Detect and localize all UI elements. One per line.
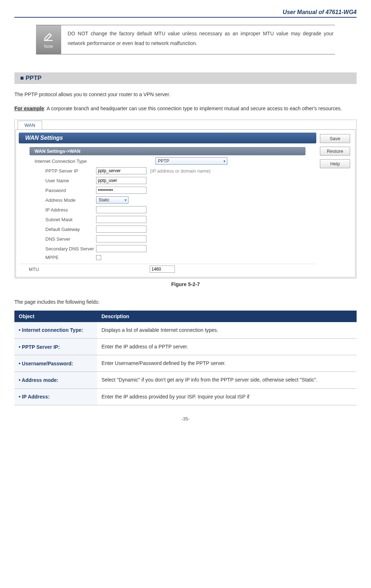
wan-tab[interactable]: WAN	[18, 121, 42, 129]
table-row: Address mode: Select "Dynamic" if you do…	[14, 372, 357, 388]
fields-intro: The page includes the following fields:	[14, 297, 357, 307]
document-title: User Manual of 47611-WG4	[14, 9, 357, 18]
example-text: For example: A corporate branch and head…	[14, 104, 357, 113]
obj-cell: Username/Password:	[14, 355, 97, 372]
restore-button[interactable]: Restore	[320, 147, 350, 156]
panel-title: WAN Settings	[19, 133, 316, 143]
note-icon: Note	[36, 25, 61, 54]
desc-cell: Displays a list of available Internet co…	[97, 322, 357, 339]
col-object: Object	[14, 311, 97, 322]
pencil-icon	[42, 30, 55, 43]
username-input[interactable]	[96, 177, 146, 184]
dns2-input[interactable]	[96, 245, 146, 252]
password-label: Password	[40, 188, 96, 193]
subnet-mask-input[interactable]	[96, 216, 146, 223]
obj-cell: Internet connection Type:	[14, 322, 97, 339]
dns2-label: Secondary DNS Server	[40, 246, 96, 251]
table-row: Internet connection Type: Displays a lis…	[14, 322, 357, 339]
col-description: Description	[97, 311, 357, 322]
dns-input[interactable]	[96, 235, 146, 242]
obj-cell: PPTP Server IP:	[14, 338, 97, 355]
breadcrumb: WAN Settings->WAN	[30, 147, 306, 155]
note-box: Note DO NOT change the factory default M…	[36, 25, 335, 54]
ip-address-label: IP Address	[40, 207, 96, 213]
address-mode-label: Address Mode	[40, 197, 96, 203]
mppe-checkbox[interactable]	[96, 255, 101, 260]
desc-cell: Enter the IP address of a PPTP server.	[97, 338, 357, 355]
example-body: : A corporate branch and headquarter can…	[44, 106, 342, 111]
server-ip-hint: (IP address or domain name)	[150, 168, 211, 174]
dns-label: DNS Server	[40, 236, 96, 242]
table-row: PPTP Server IP: Enter the IP address of …	[14, 338, 357, 355]
mtu-label: MTU	[24, 267, 117, 272]
mtu-input[interactable]	[150, 266, 175, 273]
address-mode-select[interactable]: Static	[96, 196, 128, 204]
example-label: For example	[14, 106, 44, 111]
server-ip-input[interactable]	[96, 167, 146, 174]
mppe-label: MPPE	[40, 255, 96, 260]
desc-cell: Select "Dynamic" if you don't get any IP…	[97, 372, 357, 388]
gateway-input[interactable]	[96, 226, 146, 233]
help-button[interactable]: Help	[320, 159, 350, 168]
obj-cell: Address mode:	[14, 372, 97, 388]
screenshot: WAN WAN Settings WAN Settings->WAN Inter…	[14, 120, 357, 279]
note-text: DO NOT change the factory default MTU va…	[66, 25, 335, 52]
fields-table: Object Description Internet connection T…	[14, 311, 357, 405]
ip-address-input[interactable]	[96, 206, 146, 213]
conn-type-select[interactable]: PPTP	[155, 157, 227, 165]
intro-text: The PPTP protocol allows you to connect …	[14, 90, 357, 99]
desc-cell: Enter the IP address provided by your IS…	[97, 388, 357, 405]
table-row: IP Address: Enter the IP address provide…	[14, 388, 357, 405]
gateway-label: Default Gateway	[40, 227, 96, 232]
server-ip-label: PPTP Server IP	[40, 168, 96, 174]
save-button[interactable]: Save	[320, 134, 350, 143]
page-number: -35-	[14, 416, 357, 422]
username-label: User Name	[40, 178, 96, 183]
desc-cell: Enter Username/Password defined by the P…	[97, 355, 357, 372]
figure-caption: Figure 5-2-7	[14, 281, 357, 287]
subnet-mask-label: Subnet Mask	[40, 217, 96, 222]
section-heading: PPTP	[14, 72, 357, 84]
note-label: Note	[44, 44, 53, 49]
password-input[interactable]	[96, 187, 146, 194]
table-row: Username/Password: Enter Username/Passwo…	[14, 355, 357, 372]
obj-cell: IP Address:	[14, 388, 97, 405]
conn-type-label: Internet Connection Type	[30, 159, 123, 164]
